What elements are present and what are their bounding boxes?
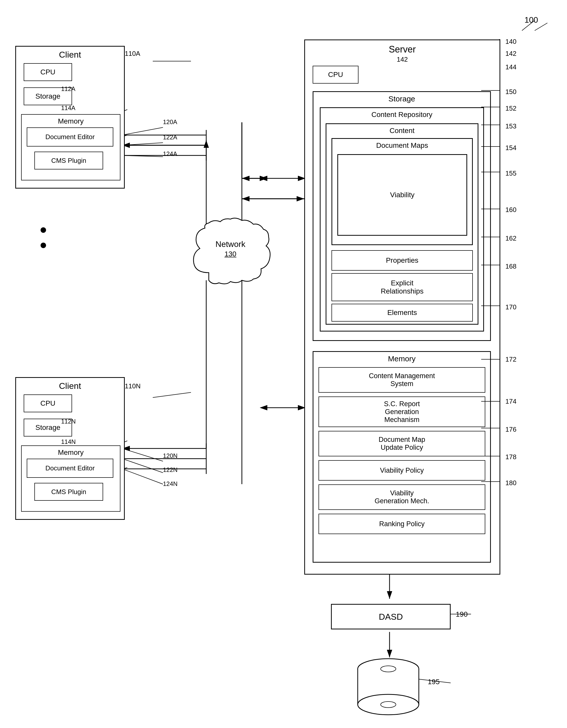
svg-line-51: [122, 448, 163, 461]
ref-100: 100: [524, 15, 538, 25]
client-n-label: Client: [59, 381, 81, 391]
explicit-rel-box: Explicit Relationships: [331, 273, 473, 301]
cms-box: Content Management System: [318, 367, 485, 393]
explicit-rel-label: Explicit Relationships: [381, 279, 423, 295]
svg-line-29: [122, 127, 163, 135]
sc-report-label: S.C. Report Generation Mechanism: [384, 400, 420, 424]
client-a-cms-plugin-label: CMS Plugin: [51, 157, 86, 165]
client-n-memory-box: Memory Document Editor CMS Plugin: [21, 445, 120, 512]
client-n-doc-editor-box: Document Editor: [27, 459, 113, 478]
client-a-line3-ref: 124A: [163, 150, 177, 157]
svg-line-48: [153, 392, 191, 398]
svg-point-62: [381, 666, 396, 672]
server-storage-label: Storage: [388, 95, 415, 103]
ref-153: 153: [505, 122, 516, 130]
viability-policy-label: Viability Policy: [380, 467, 424, 474]
server-ref-label: 142: [397, 56, 408, 63]
dasd-label: DASD: [379, 612, 403, 622]
svg-line-30: [122, 143, 163, 145]
client-n-storage-ref: 114N: [61, 438, 76, 445]
ref-142: 142: [505, 50, 516, 58]
elements-label: Elements: [387, 309, 417, 317]
viability-label: Viability: [390, 191, 414, 199]
server-outer-box: Server 142 CPU Storage Content Repositor…: [304, 39, 500, 575]
network-label: Network: [216, 240, 245, 249]
client-n-cpu-box: CPU: [24, 394, 72, 412]
diagram: Client CPU Storage Memory Document Edito…: [0, 0, 567, 728]
server-storage-outer-box: Storage Content Repository Content Docum…: [313, 91, 491, 341]
client-a-ref: 110A: [125, 50, 140, 58]
viability-gen-label: Viability Generation Mech.: [374, 489, 429, 505]
viability-policy-box: Viability Policy: [318, 460, 485, 481]
client-n-cpu-label: CPU: [40, 399, 55, 407]
svg-point-61: [381, 701, 396, 708]
dasd-box: DASD: [331, 604, 451, 629]
sc-report-box: S.C. Report Generation Mechanism: [318, 396, 485, 427]
dots-between-clients: ●●: [39, 222, 48, 252]
server-cpu-label: CPU: [328, 71, 343, 79]
content-repo-label: Content Repository: [371, 111, 432, 119]
ref-155: 155: [505, 169, 516, 177]
ref-178: 178: [505, 453, 516, 461]
doc-maps-label: Document Maps: [376, 141, 428, 150]
ref-162: 162: [505, 234, 516, 242]
client-a-doc-editor-box: Document Editor: [27, 127, 113, 147]
client-a-label: Client: [59, 50, 81, 60]
client-n-cms-plugin-box: CMS Plugin: [34, 483, 103, 501]
ref-152: 152: [505, 104, 516, 112]
client-a-memory-label: Memory: [58, 117, 84, 125]
viability-box: Viability: [337, 154, 467, 236]
ranking-policy-label: Ranking Policy: [379, 520, 425, 528]
ref-174: 174: [505, 398, 516, 405]
client-n-line2-ref: 122N: [163, 466, 178, 473]
client-a-outer-box: Client CPU Storage Memory Document Edito…: [15, 46, 125, 189]
ref-160: 160: [505, 206, 516, 214]
client-a-storage-ref: 114A: [61, 104, 75, 112]
ref-170: 170: [505, 303, 516, 311]
client-n-line1-ref: 120N: [163, 452, 178, 459]
client-a-cpu-box: CPU: [24, 63, 72, 81]
properties-label: Properties: [386, 256, 418, 264]
cms-label: Content Management System: [369, 372, 435, 388]
client-a-doc-editor-label: Document Editor: [45, 133, 95, 141]
client-a-memory-box: Memory Document Editor CMS Plugin: [21, 114, 120, 180]
client-n-doc-editor-label: Document Editor: [45, 464, 95, 472]
client-a-cpu-label: CPU: [40, 68, 55, 76]
client-a-cpu-ref: 112A: [61, 85, 75, 92]
elements-box: Elements: [331, 304, 473, 322]
ref-140: 140: [505, 38, 516, 46]
client-n-cpu-ref: 112N: [61, 418, 76, 425]
ref-195: 195: [428, 678, 440, 686]
ref-144: 144: [505, 63, 516, 71]
network-ref: 130: [225, 250, 237, 258]
client-a-cms-plugin-box: CMS Plugin: [34, 152, 103, 169]
client-n-memory-label: Memory: [58, 448, 84, 457]
disk-shape: [354, 656, 423, 720]
disk-svg: [354, 656, 423, 720]
client-n-storage-label: Storage: [35, 423, 60, 432]
client-n-cms-plugin-label: CMS Plugin: [51, 488, 86, 496]
svg-line-52: [122, 459, 163, 473]
client-a-storage-label: Storage: [35, 92, 60, 100]
client-a-line2-ref: 122A: [163, 134, 177, 141]
ref-180: 180: [505, 479, 516, 487]
content-box: Content Document Maps Viability Properti…: [325, 123, 478, 325]
client-n-line3-ref: 124N: [163, 480, 178, 487]
doc-maps-box: Document Maps Viability: [331, 138, 473, 245]
ref-190: 190: [456, 610, 468, 618]
svg-line-53: [122, 469, 163, 484]
network-cloud: Network 130: [189, 217, 273, 288]
server-label: Server: [389, 44, 416, 55]
client-a-line1-ref: 120A: [163, 118, 177, 126]
ref-168: 168: [505, 262, 516, 270]
ranking-policy-box: Ranking Policy: [318, 514, 485, 534]
ref-150: 150: [505, 88, 516, 96]
ref-154: 154: [505, 144, 516, 152]
client-n-outer-box: Client CPU Storage Memory Document Edito…: [15, 377, 125, 520]
server-memory-outer-box: Memory Content Management System S.C. Re…: [313, 351, 491, 563]
client-n-ref: 110N: [125, 382, 141, 390]
server-memory-label: Memory: [388, 354, 415, 363]
viability-gen-box: Viability Generation Mech.: [318, 484, 485, 510]
doc-map-update-box: Document Map Update Policy: [318, 431, 485, 456]
doc-map-update-label: Document Map Update Policy: [378, 436, 425, 452]
